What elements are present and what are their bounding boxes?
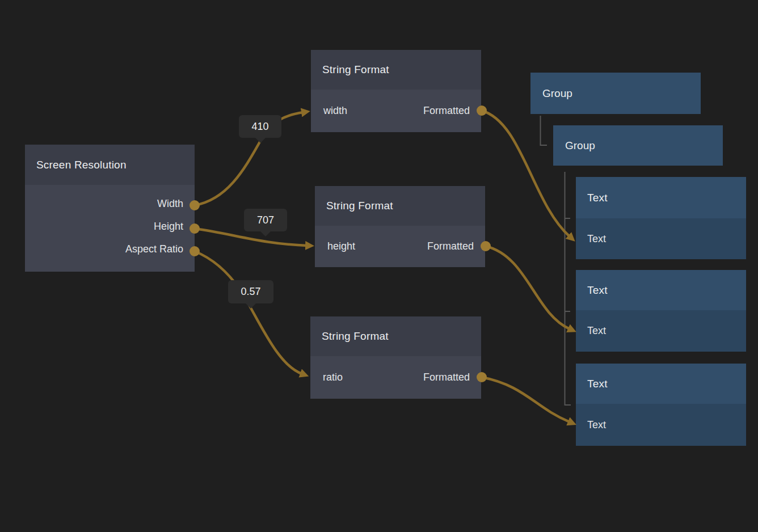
node-title: Text xyxy=(587,284,608,297)
wire-formatted-to-text-ratio[interactable] xyxy=(482,377,570,422)
output-label-aspect-ratio: Aspect Ratio xyxy=(125,243,183,255)
value-badge-label: 410 xyxy=(251,121,268,133)
node-title: String Format xyxy=(322,64,389,76)
node-header[interactable]: Text xyxy=(576,364,746,404)
input-label-text: Text xyxy=(587,233,606,245)
input-label-ratio: ratio xyxy=(323,371,343,383)
output-row-width: Width xyxy=(25,192,195,215)
node-header[interactable]: Text xyxy=(576,270,746,310)
value-badge-label: 0.57 xyxy=(241,286,260,298)
node-screen-resolution[interactable]: Screen Resolution Width Height Aspect Ra… xyxy=(25,145,195,272)
node-text-height[interactable]: Text Text xyxy=(576,270,746,352)
output-label-formatted: Formatted xyxy=(427,240,474,252)
output-row-aspect-ratio: Aspect Ratio xyxy=(25,238,195,260)
node-text-ratio[interactable]: Text Text xyxy=(576,364,746,446)
node-title: Screen Resolution xyxy=(36,159,127,171)
node-title: Text xyxy=(587,192,608,204)
input-label-text: Text xyxy=(587,419,606,431)
input-label-text: Text xyxy=(587,325,606,337)
node-title: String Format xyxy=(322,330,389,343)
node-header[interactable]: String Format xyxy=(310,316,481,356)
node-title: Group xyxy=(565,140,595,152)
node-header[interactable]: Screen Resolution xyxy=(25,145,195,185)
output-label-formatted: Formatted xyxy=(423,105,470,117)
hierarchy-connector-outer-group xyxy=(541,116,548,145)
wire-ratio-to-format[interactable] xyxy=(195,251,302,374)
node-group-inner[interactable]: Group xyxy=(553,125,723,166)
value-badge-ratio: 0.57 xyxy=(228,280,273,303)
value-badge-height: 707 xyxy=(244,209,287,231)
output-label-height: Height xyxy=(154,221,183,233)
node-string-format-width[interactable]: String Format width Formatted xyxy=(311,50,481,132)
node-title: String Format xyxy=(326,200,393,212)
node-text-width[interactable]: Text Text xyxy=(576,177,746,259)
input-label-width: width xyxy=(323,105,347,117)
node-title: Group xyxy=(542,87,572,100)
node-string-format-height[interactable]: String Format height Formatted xyxy=(315,186,485,267)
wire-formatted-to-text-height[interactable] xyxy=(486,246,570,329)
node-graph-canvas[interactable]: Screen Resolution Width Height Aspect Ra… xyxy=(0,0,758,532)
node-header[interactable]: String Format xyxy=(311,50,481,90)
node-header[interactable]: String Format xyxy=(315,186,485,226)
value-badge-label: 707 xyxy=(257,214,274,226)
input-label-height: height xyxy=(327,240,355,252)
node-header[interactable]: Text xyxy=(576,177,746,218)
output-row-height: Height xyxy=(25,215,195,238)
hierarchy-connector-inner-group xyxy=(565,172,571,405)
node-group-outer[interactable]: Group xyxy=(530,73,701,114)
node-string-format-ratio[interactable]: String Format ratio Formatted xyxy=(310,316,481,399)
value-badge-width: 410 xyxy=(239,115,281,138)
output-label-formatted: Formatted xyxy=(423,371,470,383)
output-label-width: Width xyxy=(157,198,183,210)
node-title: Text xyxy=(587,378,608,390)
